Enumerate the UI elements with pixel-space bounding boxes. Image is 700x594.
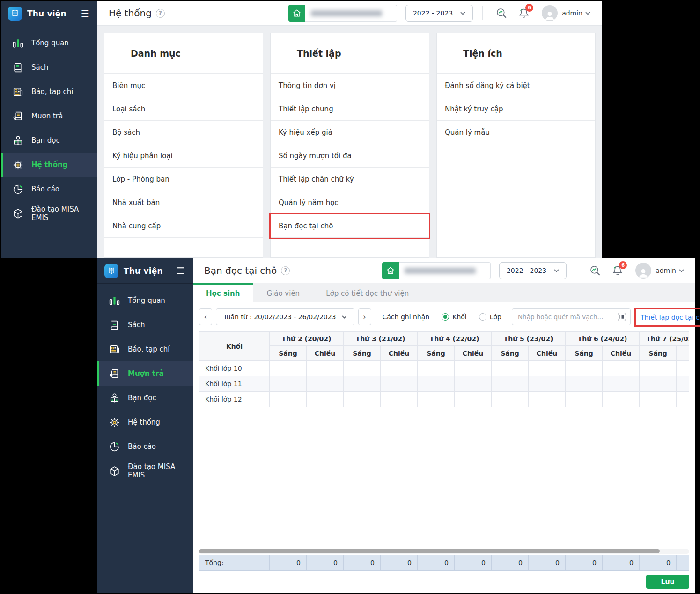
- settings-item[interactable]: Biên mục: [104, 74, 263, 97]
- settings-item[interactable]: Loại sách: [104, 97, 263, 121]
- avatar[interactable]: [542, 5, 558, 21]
- settings-item[interactable]: Số ngày mượn tối đa: [271, 144, 429, 168]
- settings-item[interactable]: Thiết lập chung: [271, 97, 429, 121]
- user-menu[interactable]: admin: [656, 267, 684, 274]
- schedule-cell[interactable]: [640, 361, 677, 376]
- schedule-cell[interactable]: [529, 376, 566, 392]
- radio-khoi[interactable]: Khối: [442, 313, 467, 321]
- sidebar-item-tong-quan[interactable]: Tổng quan: [1, 31, 97, 55]
- schedule-cell[interactable]: [307, 392, 344, 407]
- settings-item[interactable]: Đánh số đăng ký cá biệt: [437, 74, 595, 97]
- barcode-input[interactable]: [512, 308, 631, 325]
- schedule-cell[interactable]: [455, 392, 492, 407]
- schedule-cell[interactable]: [603, 376, 640, 392]
- tab-lop-co-tiet-doc[interactable]: Lớp có tiết đọc thư viện: [313, 283, 422, 302]
- schedule-cell[interactable]: [270, 392, 307, 407]
- schedule-cell[interactable]: [381, 376, 418, 392]
- schedule-cell[interactable]: [418, 376, 455, 392]
- schedule-cell[interactable]: [418, 361, 455, 376]
- schedule-cell[interactable]: [640, 376, 677, 392]
- week-selector-dropdown[interactable]: Tuần từ : 20/02/2023 - 26/02/2023: [216, 308, 354, 325]
- settings-item[interactable]: Thiết lập chân chữ ký: [271, 168, 429, 191]
- school-year-dropdown[interactable]: 2022 - 2023: [405, 5, 473, 22]
- sidebar-item-tong-quan[interactable]: Tổng quan: [97, 288, 193, 313]
- scrollbar-thumb[interactable]: [199, 549, 660, 553]
- sidebar-item-bao-tap-chi[interactable]: Báo, tạp chí: [97, 337, 193, 361]
- schedule-cell[interactable]: [492, 376, 529, 392]
- sidebar-item-muon-tra[interactable]: Mượn trả: [1, 104, 97, 128]
- schedule-cell[interactable]: [270, 361, 307, 376]
- sidebar-item-muon-tra[interactable]: Mượn trả: [97, 361, 193, 386]
- settings-item[interactable]: Bộ sách: [104, 121, 263, 144]
- sidebar-item-bao-cao[interactable]: Báo cáo: [1, 177, 97, 201]
- search-trend-icon[interactable]: [588, 264, 602, 278]
- schedule-cell[interactable]: [640, 392, 677, 407]
- schedule-cell[interactable]: [344, 392, 381, 407]
- settings-item[interactable]: Nhật ký truy cập: [437, 97, 595, 121]
- school-year-dropdown[interactable]: 2022 - 2023: [499, 262, 567, 279]
- schedule-cell[interactable]: [529, 361, 566, 376]
- save-button[interactable]: Lưu: [646, 575, 689, 589]
- radio-lop[interactable]: Lớp: [479, 313, 501, 321]
- sidebar-item-sach[interactable]: Sách: [97, 313, 193, 337]
- schedule-cell[interactable]: [307, 376, 344, 392]
- schedule-cell[interactable]: [677, 392, 689, 407]
- menu-toggle-icon[interactable]: ☰: [81, 8, 90, 19]
- schedule-cell[interactable]: [418, 392, 455, 407]
- notifications-bell-icon[interactable]: 6: [517, 6, 531, 20]
- sidebar-item-he-thong[interactable]: Hệ thống: [1, 153, 97, 177]
- settings-item[interactable]: Quản lý mẫu: [437, 121, 595, 144]
- next-week-button[interactable]: ›: [358, 308, 371, 325]
- schedule-cell[interactable]: [381, 361, 418, 376]
- schedule-cell[interactable]: [344, 361, 381, 376]
- schedule-cell[interactable]: [492, 361, 529, 376]
- settings-item[interactable]: Nhà xuất bản: [104, 191, 263, 214]
- school-selector[interactable]: [288, 5, 397, 22]
- schedule-cell[interactable]: [270, 376, 307, 392]
- schedule-cell[interactable]: [566, 361, 603, 376]
- tab-bar: Học sinh Giáo viên Lớp có tiết đọc thư v…: [193, 283, 695, 302]
- schedule-cell[interactable]: [307, 361, 344, 376]
- sidebar-item-he-thong[interactable]: Hệ thống: [97, 410, 193, 434]
- prev-week-button[interactable]: ‹: [199, 308, 212, 325]
- help-icon[interactable]: ?: [281, 266, 290, 275]
- divider: [576, 264, 576, 278]
- schedule-cell[interactable]: [603, 392, 640, 407]
- horizontal-scrollbar[interactable]: [199, 549, 689, 554]
- settings-item[interactable]: Quản lý năm học: [271, 191, 429, 214]
- settings-item[interactable]: Nhà cung cấp: [104, 214, 263, 238]
- settings-item[interactable]: Lớp - Phòng ban: [104, 168, 263, 191]
- sidebar-item-sach[interactable]: Sách: [1, 55, 97, 80]
- schedule-cell[interactable]: [492, 392, 529, 407]
- schedule-cell[interactable]: [566, 392, 603, 407]
- search-trend-icon[interactable]: [494, 6, 508, 20]
- sidebar-item-ban-doc[interactable]: Bạn đọc: [1, 128, 97, 153]
- help-icon[interactable]: ?: [156, 9, 165, 18]
- user-menu[interactable]: admin: [562, 9, 590, 17]
- tab-hoc-sinh[interactable]: Học sinh: [193, 283, 253, 302]
- sidebar-item-bao-tap-chi[interactable]: Báo, tạp chí: [1, 80, 97, 104]
- schedule-cell[interactable]: [677, 376, 689, 392]
- sidebar-item-bao-cao[interactable]: Báo cáo: [97, 434, 193, 459]
- schedule-cell[interactable]: [455, 361, 492, 376]
- school-selector[interactable]: [382, 262, 491, 279]
- schedule-cell[interactable]: [455, 376, 492, 392]
- notifications-bell-icon[interactable]: 6: [611, 264, 625, 278]
- schedule-cell[interactable]: [344, 376, 381, 392]
- sidebar-item-dao-tao[interactable]: Đào tạo MISA EMIS: [97, 459, 193, 483]
- tab-giao-vien[interactable]: Giáo viên: [253, 283, 313, 302]
- schedule-cell[interactable]: [677, 361, 689, 376]
- schedule-cell[interactable]: [566, 376, 603, 392]
- schedule-cell[interactable]: [529, 392, 566, 407]
- menu-toggle-icon[interactable]: ☰: [177, 265, 186, 277]
- settings-item-highlighted[interactable]: Bạn đọc tại chỗ: [271, 214, 429, 238]
- settings-item[interactable]: Ký hiệu phân loại: [104, 144, 263, 168]
- schedule-cell[interactable]: [603, 361, 640, 376]
- settings-item[interactable]: Ký hiệu xếp giá: [271, 121, 429, 144]
- schedule-cell[interactable]: [381, 392, 418, 407]
- sidebar-item-ban-doc[interactable]: Bạn đọc: [97, 386, 193, 410]
- avatar[interactable]: [635, 263, 651, 279]
- reading-settings-link[interactable]: Thiết lập đọc tại chỗ: [641, 314, 700, 321]
- settings-item[interactable]: Thông tin đơn vị: [271, 74, 429, 97]
- sidebar-item-dao-tao[interactable]: Đào tạo MISA EMIS: [1, 201, 97, 226]
